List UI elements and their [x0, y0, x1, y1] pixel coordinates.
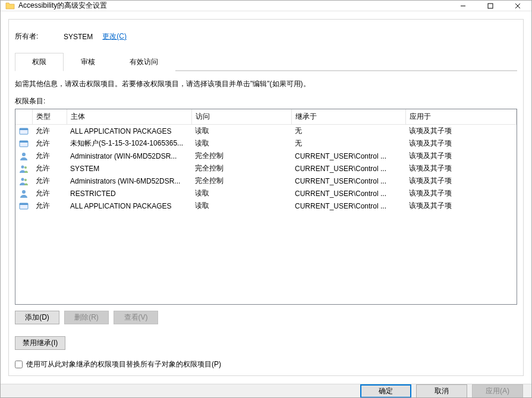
maximize-button[interactable]: [477, 1, 504, 11]
window-controls: [449, 1, 531, 11]
row-inherited: 无: [291, 125, 405, 138]
table-header-row: 类型 主体 访问 继承于 应用于: [15, 109, 517, 125]
row-icon: [15, 125, 32, 138]
row-principal: SYSTEM: [67, 162, 191, 175]
disable-inheritance-button[interactable]: 禁用继承(I): [15, 336, 65, 350]
table-row[interactable]: 允许RESTRICTED读取CURRENT_USER\Control ...该项…: [15, 187, 517, 200]
svg-point-12: [24, 179, 27, 181]
replace-child-label[interactable]: 使用可从此对象继承的权限项目替换所有子对象的权限项目(P): [26, 359, 221, 369]
table-row[interactable]: 允许ALL APPLICATION PACKAGES读取无该项及其子项: [15, 125, 517, 138]
table-row[interactable]: 允许Administrators (WIN-6MD52DSR...完全控制CUR…: [15, 175, 517, 187]
row-access: 读取: [191, 125, 291, 138]
row-inherited: 无: [291, 137, 405, 150]
row-applies: 该项及其子项: [405, 187, 517, 200]
row-icon: [15, 162, 32, 175]
col-icon-header[interactable]: [15, 109, 32, 125]
tab-strip: 权限 审核 有效访问: [15, 52, 517, 71]
row-inherited: CURRENT_USER\Control ...: [291, 150, 405, 162]
row-inherited: CURRENT_USER\Control ...: [291, 175, 405, 187]
row-principal: ALL APPLICATION PACKAGES: [67, 125, 191, 138]
tab-body: 如需其他信息，请双击权限项目。若要修改权限项目，请选择该项目并单击"编辑"(如果…: [15, 70, 517, 375]
svg-point-9: [21, 165, 24, 168]
svg-rect-15: [20, 203, 28, 205]
svg-point-11: [21, 178, 24, 181]
row-type: 允许: [32, 187, 67, 200]
row-inherited: CURRENT_USER\Control ...: [291, 162, 405, 175]
entry-buttons: 添加(D) 删除(R) 查看(V): [15, 311, 517, 324]
row-principal: ALL APPLICATION PACKAGES: [67, 200, 191, 212]
row-type: 允许: [32, 162, 67, 175]
svg-rect-5: [20, 128, 28, 130]
table-row[interactable]: 允许ALL APPLICATION PACKAGES读取CURRENT_USER…: [15, 200, 517, 212]
dialog-footer: 确定 取消 应用(A): [1, 384, 531, 398]
col-inherited-header[interactable]: 继承于: [291, 109, 405, 125]
cancel-button[interactable]: 取消: [416, 384, 467, 398]
inherit-buttons: 禁用继承(I): [15, 336, 517, 350]
row-principal: RESTRICTED: [67, 187, 191, 200]
close-button[interactable]: [504, 1, 531, 11]
row-icon: [15, 187, 32, 200]
col-type-header[interactable]: 类型: [32, 109, 67, 125]
row-applies: 该项及其子项: [405, 200, 517, 212]
change-owner-link[interactable]: 更改(C): [102, 31, 127, 42]
svg-point-8: [22, 153, 26, 156]
permissions-table: 类型 主体 访问 继承于 应用于 允许ALL APPLICATION PACKA…: [15, 109, 517, 212]
row-access: 完全控制: [191, 175, 291, 187]
row-inherited: CURRENT_USER\Control ...: [291, 200, 405, 212]
svg-rect-1: [488, 4, 493, 8]
row-applies: 该项及其子项: [405, 150, 517, 162]
folder-icon: [5, 1, 15, 11]
content-area: 所有者: SYSTEM 更改(C) 权限 审核 有效访问 如需其他信息，请双击权…: [1, 11, 531, 384]
owner-label: 所有者:: [15, 31, 64, 42]
svg-point-13: [22, 190, 26, 194]
entries-label: 权限条目:: [15, 96, 517, 106]
row-type: 允许: [32, 150, 67, 162]
row-applies: 该项及其子项: [405, 137, 517, 150]
row-applies: 该项及其子项: [405, 125, 517, 138]
row-type: 允许: [32, 137, 67, 150]
permissions-table-container: 类型 主体 访问 继承于 应用于 允许ALL APPLICATION PACKA…: [15, 109, 517, 305]
table-row[interactable]: 允许SYSTEM完全控制CURRENT_USER\Control ...该项及其…: [15, 162, 517, 175]
inner-frame: 所有者: SYSTEM 更改(C) 权限 审核 有效访问 如需其他信息，请双击权…: [8, 19, 524, 376]
replace-child-checkbox[interactable]: [15, 361, 23, 368]
row-principal: Administrator (WIN-6MD52DSR...: [67, 150, 191, 162]
svg-point-10: [24, 166, 27, 169]
row-applies: 该项及其子项: [405, 162, 517, 175]
col-access-header[interactable]: 访问: [191, 109, 291, 125]
replace-child-row: 使用可从此对象继承的权限项目替换所有子对象的权限项目(P): [15, 359, 517, 369]
add-button[interactable]: 添加(D): [15, 311, 59, 324]
tab-auditing[interactable]: 审核: [64, 53, 112, 71]
row-access: 完全控制: [191, 150, 291, 162]
minimize-button[interactable]: [449, 1, 477, 11]
col-applies-header[interactable]: 应用于: [405, 109, 517, 125]
row-icon: [15, 150, 32, 162]
table-row[interactable]: 允许Administrator (WIN-6MD52DSR...完全控制CURR…: [15, 150, 517, 162]
row-principal: 未知帐户(S-1-15-3-1024-1065365...: [67, 137, 191, 150]
view-button[interactable]: 查看(V): [114, 311, 158, 324]
row-type: 允许: [32, 125, 67, 138]
hint-text: 如需其他信息，请双击权限项目。若要修改权限项目，请选择该项目并单击"编辑"(如果…: [15, 79, 517, 89]
row-access: 读取: [191, 200, 291, 212]
table-row[interactable]: 允许未知帐户(S-1-15-3-1024-1065365...读取无该项及其子项: [15, 137, 517, 150]
row-principal: Administrators (WIN-6MD52DSR...: [67, 175, 191, 187]
tab-permissions[interactable]: 权限: [15, 53, 64, 71]
row-icon: [15, 137, 32, 150]
row-access: 读取: [191, 137, 291, 150]
row-applies: 该项及其子项: [405, 175, 517, 187]
window-title: Accessibility的高级安全设置: [18, 1, 449, 11]
owner-row: 所有者: SYSTEM 更改(C): [15, 31, 517, 42]
row-icon: [15, 200, 32, 212]
row-access: 读取: [191, 187, 291, 200]
owner-value: SYSTEM: [64, 33, 93, 41]
titlebar: Accessibility的高级安全设置: [1, 1, 531, 11]
row-access: 完全控制: [191, 162, 291, 175]
col-principal-header[interactable]: 主体: [67, 109, 191, 125]
remove-button[interactable]: 删除(R): [64, 311, 109, 324]
apply-button[interactable]: 应用(A): [472, 384, 523, 398]
row-type: 允许: [32, 200, 67, 212]
row-type: 允许: [32, 175, 67, 187]
svg-rect-7: [20, 141, 28, 143]
ok-button[interactable]: 确定: [360, 384, 411, 398]
tab-effective[interactable]: 有效访问: [112, 53, 175, 71]
row-icon: [15, 175, 32, 187]
